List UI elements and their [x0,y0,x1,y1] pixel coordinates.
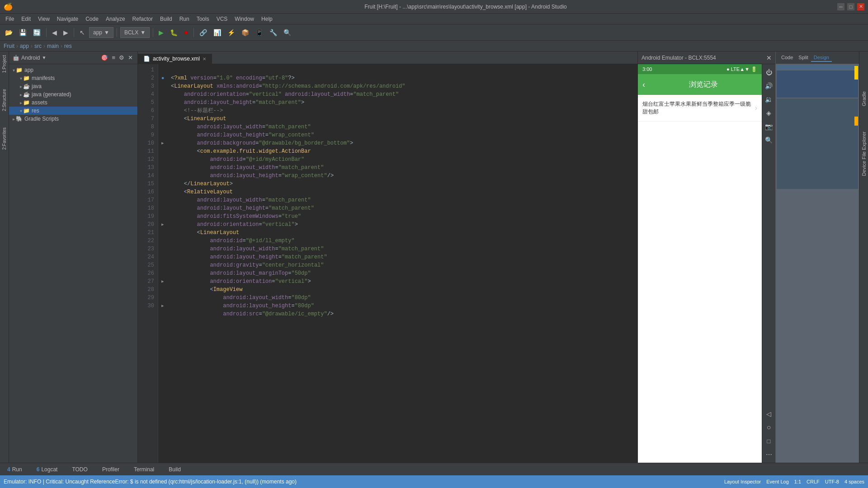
menu-code[interactable]: Code [82,15,102,23]
status-indent: 4 spaces [844,479,864,484]
ctrl-volume-down-btn[interactable]: 🔉 [764,94,774,105]
bottom-tab-profiler[interactable]: Profiler [99,465,123,474]
panel-icon-locate[interactable]: 🎯 [100,53,109,62]
menu-build[interactable]: Build [156,15,176,23]
phone-list-item-0[interactable]: 烟台红富士苹果水果新鲜当季整箱应季一级脆甜包邮 › [638,95,762,122]
minimize-button[interactable]: ─ [837,3,844,10]
panel-icon-close[interactable]: ✕ [127,53,134,62]
editor-tab-activity-browse[interactable]: 📄 activity_browse.xml ✕ [138,54,212,64]
toolbar-forward-btn[interactable]: ▶ [61,28,71,38]
emulator-close-btn[interactable]: ✕ [766,54,772,61]
tree-item-manifests[interactable]: ▾ 📁 manifests [9,74,137,82]
app-folder-icon: 📁 [16,67,23,73]
ctrl-more-btn[interactable]: ⋯ [764,449,774,460]
sidebar-tab-favorites[interactable]: 2:Favorites [1,124,8,153]
bottom-tab-terminal[interactable]: Terminal [130,465,158,474]
ctrl-zoom-btn[interactable]: 🔍 [764,135,774,145]
toolbar-stop-btn[interactable]: ■ [182,28,190,38]
sidebar-tab-structure[interactable]: 2:Structure [1,85,8,115]
breadcrumb-app[interactable]: app [20,43,29,49]
menu-vcs[interactable]: VCS [213,15,231,23]
window-controls[interactable]: ─ □ ✕ [837,3,864,10]
editor-tabs: 📄 activity_browse.xml ✕ [138,52,637,64]
breadcrumb-res[interactable]: res [64,43,72,49]
layout-editor-toolbar: Code Split Design [776,52,859,64]
status-position: 1:1 [794,479,801,484]
tree-item-gradle[interactable]: ▸ 🐘 Gradle Scripts [9,115,137,123]
toolbar-debug-btn[interactable]: 🐛 [168,28,180,38]
panel-icons: 🎯 ≡ ⚙ ✕ [100,53,134,62]
status-right: Layout Inspector Event Log 1:1 CRLF UTF-… [724,479,864,485]
toolbar-sep-2 [74,28,74,37]
layout-tab-code[interactable]: Code [778,54,796,62]
bottom-tab-run[interactable]: 4 Run [4,465,26,474]
toolbar-coverage-btn[interactable]: 📊 [211,28,223,38]
bottom-tab-build[interactable]: Build [165,465,184,474]
breadcrumb-src[interactable]: src [34,43,42,49]
tree-arrow-manifests: ▾ [20,76,22,81]
maximize-button[interactable]: □ [847,3,854,10]
toolbar-save-btn[interactable]: 💾 [17,28,29,38]
bottom-tab-todo[interactable]: TODO [68,465,91,474]
status-layout-inspector[interactable]: Layout Inspector [724,479,761,484]
toolbar-run-btn[interactable]: ▶ [156,28,166,38]
menu-navigate[interactable]: Navigate [53,15,82,23]
menu-edit[interactable]: Edit [18,15,34,23]
ctrl-home-btn[interactable]: ○ [764,422,774,433]
toolbar-cursor-btn[interactable]: ↖ [77,28,87,38]
dropdown-arrow[interactable]: ▼ [42,55,46,60]
editor-content[interactable]: 12345 678910 1112131415 1617181920 21222… [138,64,637,463]
menu-window[interactable]: Window [231,15,258,23]
toolbar-device-btn[interactable]: 📱 [253,28,265,38]
layout-tab-split[interactable]: Split [796,54,811,62]
toolbar-sync-btn[interactable]: 🔄 [31,28,43,38]
tree-item-res[interactable]: ▾ 📁 res [9,107,137,115]
ctrl-back-btn[interactable]: ◁ [764,408,774,419]
ctrl-rotate-btn[interactable]: ◈ [764,108,774,118]
tree-item-java[interactable]: ▸ ☕ java [9,82,137,90]
breadcrumb-fruit[interactable]: Fruit [4,43,14,49]
menu-refactor[interactable]: Refactor [129,15,156,23]
menu-file[interactable]: File [2,15,18,23]
sidebar-device-file-label[interactable]: Device File Explorer [860,128,868,179]
phone-screen-container[interactable]: 3:00 ● LTE▲▼ 🔋 ‹ 浏览记录 烟台红富士苹果水果新鲜当季整箱应季一… [638,64,762,463]
bottom-tab-logcat[interactable]: 6 Logcat [33,465,61,474]
toolbar-back-btn[interactable]: ◀ [50,28,59,38]
toolbar-attach-btn[interactable]: 🔗 [197,28,209,38]
layout-tab-design[interactable]: Design [811,54,832,62]
toolbar-open-btn[interactable]: 📂 [3,28,15,38]
sidebar-gradle-label[interactable]: Gradle [860,88,868,110]
tree-item-app[interactable]: ▾ 📁 app [9,66,137,74]
menu-help[interactable]: Help [258,15,276,23]
phone-back-icon[interactable]: ‹ [642,80,645,89]
panel-icon-settings[interactable]: ⚙ [118,53,125,62]
menu-run[interactable]: Run [176,15,193,23]
sidebar-tab-project[interactable]: 1:Project [1,52,8,76]
tree-item-assets[interactable]: ▸ 📁 assets [9,99,137,107]
ctrl-volume-up-btn[interactable]: 🔊 [764,80,774,91]
tree-item-java-generated[interactable]: ▸ ☕ java (generated) [9,90,137,99]
toolbar-apk-btn[interactable]: 📦 [239,28,251,38]
menu-analyze[interactable]: Analyze [102,15,129,23]
panel-icon-collapse[interactable]: ≡ [111,53,116,62]
layout-scrollbar-area [854,64,859,463]
toolbar-profile-btn[interactable]: ⚡ [225,28,237,38]
status-event-log[interactable]: Event Log [766,479,789,485]
breadcrumb-main[interactable]: main [47,43,59,49]
ctrl-square-btn[interactable]: □ [764,436,774,446]
ctrl-power-btn[interactable]: ⏻ [764,67,774,78]
toolbar-search-btn[interactable]: 🔍 [281,28,293,38]
menu-tools[interactable]: Tools [193,15,213,23]
close-button[interactable]: ✕ [857,3,864,10]
menu-view[interactable]: View [34,15,53,23]
gradle-icon: 🐘 [16,116,23,122]
app-dropdown[interactable]: app ▼ [89,27,113,38]
code-editor[interactable]: <?xml version="1.0" encoding="utf-8"?> <… [167,64,637,463]
toolbar-sdk-btn[interactable]: 🔧 [267,28,279,38]
ctrl-screenshot-btn[interactable]: 📷 [764,121,774,132]
project-panel-title[interactable]: 🤖 Android ▼ [13,55,46,61]
tab-close-btn[interactable]: ✕ [203,56,206,61]
bclx-dropdown[interactable]: BCLX ▼ [120,27,150,38]
logcat-tab-label: Logcat [41,466,57,473]
tree-arrow-assets: ▸ [20,100,22,105]
